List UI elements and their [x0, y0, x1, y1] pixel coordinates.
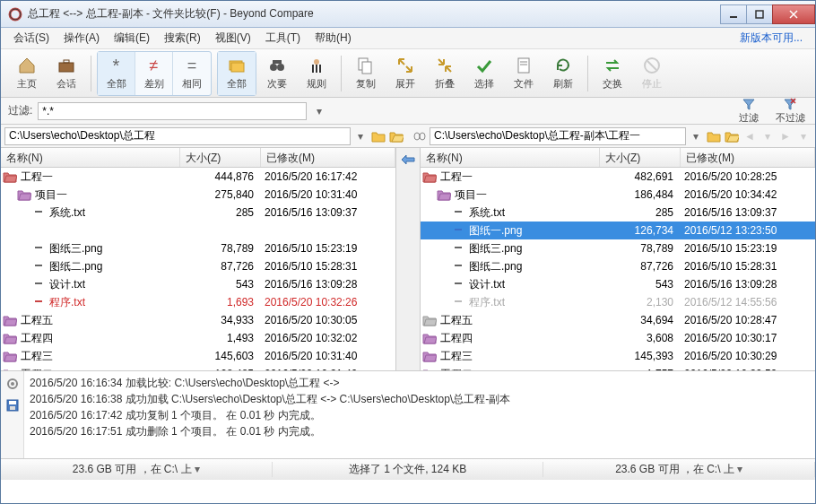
- col-name[interactable]: 名称(N): [421, 148, 600, 167]
- right-path-dropdown[interactable]: ▾: [688, 128, 704, 144]
- chevron-down-icon[interactable]: ▾: [195, 463, 200, 475]
- copy-icon: [356, 56, 376, 75]
- equal-icon: =: [182, 56, 202, 75]
- table-row[interactable]: 工程五34,9332016/5/20 10:30:05: [1, 311, 395, 329]
- sync-arrow-icon[interactable]: [400, 152, 416, 168]
- row-size: 186,484: [598, 188, 679, 201]
- right-list[interactable]: 工程一482,6912016/5/20 10:28:25项目一186,48420…: [421, 168, 815, 370]
- table-row[interactable]: 工程四1,4932016/5/20 10:32:02: [1, 329, 395, 347]
- row-modified: 2016/5/12 13:23:50: [679, 224, 813, 237]
- menu-view[interactable]: 视图(V): [208, 29, 258, 48]
- nav-fwd-icon: ►: [777, 128, 794, 144]
- table-row[interactable]: 工程四3,6082016/5/20 10:30:17: [421, 329, 815, 347]
- table-row[interactable]: 程序.txt2,1302016/5/12 14:55:56: [421, 293, 815, 311]
- table-row[interactable]: 设计.txt5432016/5/16 13:09:28: [421, 275, 815, 293]
- table-row[interactable]: 系统.txt2852016/5/16 13:09:37: [421, 204, 815, 222]
- copy-button[interactable]: 复制: [347, 52, 385, 95]
- row-size: 444,876: [178, 170, 259, 183]
- home-button[interactable]: 主页: [8, 52, 46, 95]
- gear-icon[interactable]: [5, 377, 20, 391]
- svg-point-1: [10, 9, 21, 20]
- left-browse-icon[interactable]: [370, 128, 386, 144]
- right-path-input[interactable]: [430, 127, 686, 145]
- all-button[interactable]: *全部: [98, 52, 135, 95]
- save-icon[interactable]: [5, 398, 20, 413]
- expand-button[interactable]: 展开: [386, 52, 424, 95]
- refresh-button[interactable]: 刷新: [544, 52, 582, 95]
- right-path-section: ▾ ◄ ▾ ► ▾: [408, 125, 815, 147]
- table-row[interactable]: 程序.txt1,6932016/5/20 10:32:26: [1, 293, 395, 311]
- log-icon-bar: [1, 371, 24, 458]
- filter-input[interactable]: [38, 102, 307, 120]
- table-row[interactable]: [1, 222, 395, 239]
- left-open-icon[interactable]: [388, 128, 404, 144]
- menu-action[interactable]: 操作(A): [56, 29, 107, 48]
- row-size: 3,608: [598, 332, 679, 344]
- log-line: 2016/5/20 16:16:38 成功加载 C:\Users\echo\De…: [30, 391, 810, 407]
- left-header: 名称(N) 大小(Z) 已修改(M): [1, 148, 395, 168]
- link-icon[interactable]: [412, 128, 428, 144]
- file-icon: [514, 56, 534, 75]
- folder-stack-icon: [227, 56, 247, 75]
- table-row[interactable]: 系统.txt2852016/5/16 13:09:37: [1, 204, 395, 222]
- log-text[interactable]: 2016/5/20 16:16:34 加载比较: C:\Users\echo\D…: [24, 371, 815, 458]
- left-path-dropdown[interactable]: ▾: [352, 128, 369, 144]
- menu-search[interactable]: 搜索(R): [157, 29, 208, 48]
- all2-button[interactable]: 全部: [218, 52, 256, 95]
- col-name[interactable]: 名称(N): [1, 148, 180, 167]
- table-row[interactable]: 图纸二.png87,7262016/5/10 15:28:31: [1, 257, 395, 275]
- right-open-icon[interactable]: [724, 128, 740, 144]
- table-row[interactable]: 图纸一.png126,7342016/5/12 13:23:50: [421, 222, 815, 239]
- chevron-down-icon[interactable]: ▾: [737, 463, 742, 475]
- maximize-button[interactable]: [746, 4, 773, 24]
- row-name: 系统.txt: [469, 205, 505, 221]
- svg-rect-9: [231, 63, 244, 72]
- table-row[interactable]: 项目一186,4842016/5/20 10:34:42: [421, 186, 815, 204]
- new-version-link[interactable]: 新版本可用...: [733, 29, 810, 48]
- col-modified[interactable]: 已修改(M): [261, 148, 395, 167]
- col-size[interactable]: 大小(Z): [180, 148, 261, 167]
- table-row[interactable]: 图纸三.png78,7892016/5/10 15:23:19: [1, 239, 395, 257]
- menu-tools[interactable]: 工具(T): [258, 29, 308, 48]
- filter-apply-button[interactable]: 过滤: [731, 100, 767, 123]
- left-path-section: ▾: [1, 125, 408, 147]
- svg-rect-6: [59, 63, 74, 72]
- menu-help[interactable]: 帮助(H): [308, 29, 359, 48]
- toolbar: 主页 会话 *全部 ≠差别 =相同 全部 次要 规则 复制 展开 折叠 选择 文…: [1, 49, 815, 98]
- table-row[interactable]: 工程二128,4852016/5/20 10:31:40: [1, 365, 395, 370]
- collapse-button[interactable]: 折叠: [426, 52, 464, 95]
- table-row[interactable]: 项目一275,8402016/5/20 10:31:40: [1, 186, 395, 204]
- menu-session[interactable]: 会话(S): [6, 29, 56, 48]
- filter-clear-button[interactable]: 不过滤: [772, 100, 808, 123]
- minimize-button[interactable]: [720, 4, 747, 24]
- close-button[interactable]: [772, 4, 815, 24]
- rules-button[interactable]: 规则: [298, 52, 335, 95]
- col-modified[interactable]: 已修改(M): [681, 148, 815, 167]
- left-path-input[interactable]: [4, 127, 351, 145]
- table-row[interactable]: 工程二1,7572016/5/20 10:30:59: [421, 365, 815, 370]
- svg-rect-18: [362, 62, 371, 74]
- file-button[interactable]: 文件: [505, 52, 543, 95]
- menu-edit[interactable]: 编辑(E): [107, 29, 157, 48]
- row-name: 工程三: [440, 349, 473, 364]
- table-row[interactable]: 工程一444,8762016/5/20 16:17:42: [1, 168, 395, 186]
- splitter[interactable]: [395, 148, 421, 370]
- swap-button[interactable]: 交换: [594, 52, 631, 95]
- same-button[interactable]: =相同: [173, 52, 211, 95]
- session-button[interactable]: 会话: [48, 52, 85, 95]
- diff-button[interactable]: ≠差别: [135, 52, 173, 95]
- table-row[interactable]: 图纸三.png78,7892016/5/10 15:23:19: [421, 239, 815, 257]
- right-browse-icon[interactable]: [706, 128, 722, 144]
- next-button[interactable]: 次要: [258, 52, 296, 95]
- table-row[interactable]: 工程三145,3932016/5/20 10:30:29: [421, 347, 815, 365]
- table-row[interactable]: 工程一482,6912016/5/20 10:28:25: [421, 168, 815, 186]
- table-row[interactable]: 设计.txt5432016/5/16 13:09:28: [1, 275, 395, 293]
- table-row[interactable]: 工程三145,6032016/5/20 10:31:40: [1, 347, 395, 365]
- left-pane: 名称(N) 大小(Z) 已修改(M) 工程一444,8762016/5/20 1…: [1, 148, 395, 370]
- table-row[interactable]: 工程五34,6942016/5/20 10:28:47: [421, 311, 815, 329]
- left-list[interactable]: 工程一444,8762016/5/20 16:17:42项目一275,84020…: [1, 168, 395, 370]
- table-row[interactable]: 图纸二.png87,7262016/5/10 15:28:31: [421, 257, 815, 275]
- select-button[interactable]: 选择: [465, 52, 503, 95]
- filter-dropdown[interactable]: ▾: [312, 105, 326, 117]
- col-size[interactable]: 大小(Z): [600, 148, 681, 167]
